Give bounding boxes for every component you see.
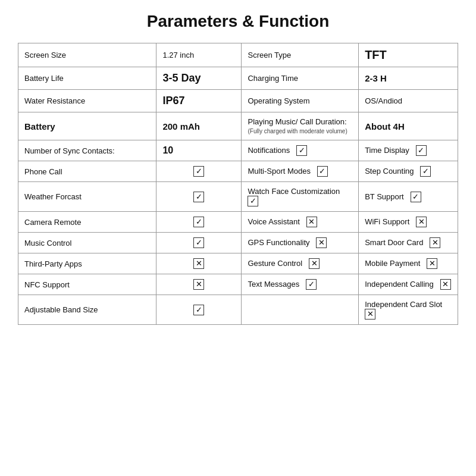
time-display-cell: Time Display ✓ xyxy=(359,140,458,161)
step-counting-cell: Step Counting ✓ xyxy=(359,161,458,182)
playing-music-label: Playing Music/ Call Duration: (Fully cha… xyxy=(242,112,359,140)
music-control-checkbox: ✓ xyxy=(156,233,242,253)
playing-music-lbl: Playing Music/ Call Duration: xyxy=(248,117,346,126)
feature-row-weather: Weather Forcast ✓ Watch Face Customizati… xyxy=(18,182,458,212)
sync-contacts-label: Number of Sync Contacts: xyxy=(18,140,156,161)
bt-support-checkbox: ✓ xyxy=(411,192,421,202)
smart-door-checkbox: ✕ xyxy=(430,237,440,248)
operating-system-value: OS/Andiod xyxy=(359,90,458,112)
screen-type-label: Screen Type xyxy=(242,43,359,67)
mobile-payment-checkbox: ✕ xyxy=(427,258,437,269)
battery-val: 200 mAh xyxy=(162,121,200,131)
wifi-support-cell: WiFi Support ✕ xyxy=(359,212,458,233)
phone-call-checkbox: ✓ xyxy=(156,161,242,182)
smart-door-label: Smart Door Card xyxy=(365,238,423,247)
thirdparty-checkbox: ✕ xyxy=(156,253,242,274)
feature-row-adjustable: Adjustable Band Size ✓ Independent Card … xyxy=(18,295,458,325)
time-display-label: Time Display xyxy=(365,146,409,155)
thirdparty-label: Third-Party Apps xyxy=(18,253,156,274)
adjustable-band-label: Adjustable Band Size xyxy=(18,295,156,325)
weather-forcast-label: Weather Forcast xyxy=(18,182,156,212)
sync-contacts-value: 10 xyxy=(156,140,242,161)
wifi-support-checkbox: ✕ xyxy=(416,217,427,227)
screen-size-label: Screen Size xyxy=(18,43,156,67)
independent-calling-checkbox: ✕ xyxy=(440,279,451,290)
bt-support-label: BT Support xyxy=(365,192,404,201)
independent-calling-cell: Independent Calling ✕ xyxy=(359,274,458,295)
gps-cell: GPS Functionality ✕ xyxy=(242,233,359,253)
battery-label: Battery xyxy=(18,112,156,140)
feature-row-sync: Number of Sync Contacts: 10 Notification… xyxy=(18,140,458,161)
independent-card-cell: Independent Card Slot ✕ xyxy=(359,295,458,325)
music-control-label: Music Control xyxy=(18,233,156,253)
feature-row-camera: Camera Remote ✓ Voice Assistant ✕ WiFi S… xyxy=(18,212,458,233)
wifi-support-label: WiFi Support xyxy=(365,217,409,226)
text-messages-label: Text Messages xyxy=(248,280,299,289)
time-display-checkbox: ✓ xyxy=(416,145,427,156)
battery-life-val: 3-5 Day xyxy=(162,72,201,84)
charging-time-label: Charging Time xyxy=(242,67,359,90)
gesture-checkbox: ✕ xyxy=(309,258,320,269)
independent-calling-label: Independent Calling xyxy=(365,280,434,289)
gps-label: GPS Functionality xyxy=(248,238,309,247)
charging-time-val: 2-3 H xyxy=(365,73,387,83)
battery-life-value: 3-5 Day xyxy=(156,67,242,90)
voice-assistant-checkbox: ✕ xyxy=(306,217,317,227)
nfc-support-checkbox: ✕ xyxy=(156,274,242,295)
voice-assistant-label: Voice Assistant xyxy=(248,217,299,226)
feature-row-nfc: NFC Support ✕ Text Messages ✓ Independen… xyxy=(18,274,458,295)
notifications-cell: Notifications ✓ xyxy=(242,140,359,161)
multisport-label: Multi-Sport Modes xyxy=(248,167,310,176)
smart-door-cell: Smart Door Card ✕ xyxy=(359,233,458,253)
watchface-label: Watch Face Customization xyxy=(248,187,340,196)
independent-card-label: Independent Card Slot xyxy=(365,300,442,309)
screen-size-value: 1.27 inch xyxy=(156,43,242,67)
operating-system-label: Operating System xyxy=(242,90,359,112)
bt-support-cell: BT Support ✓ xyxy=(359,182,458,212)
notifications-checkbox: ✓ xyxy=(296,145,307,156)
mobile-payment-label: Mobile Payment xyxy=(365,259,420,268)
specs-table: Screen Size 1.27 inch Screen Type TFT Ba… xyxy=(18,43,458,325)
screen-size-val: 1.27 inch xyxy=(162,51,194,60)
nfc-support-label: NFC Support xyxy=(18,274,156,295)
sync-contacts-val: 10 xyxy=(162,145,173,155)
phone-call-label: Phone Call xyxy=(18,161,156,182)
camera-remote-label: Camera Remote xyxy=(18,212,156,233)
camera-remote-checkbox: ✓ xyxy=(156,212,242,233)
spec-row-screen: Screen Size 1.27 inch Screen Type TFT xyxy=(18,43,458,67)
voice-assistant-cell: Voice Assistant ✕ xyxy=(242,212,359,233)
empty-cell xyxy=(242,295,359,325)
battery-life-label: Battery Life xyxy=(18,67,156,90)
independent-card-checkbox: ✕ xyxy=(365,309,375,320)
water-resistance-value: IP67 xyxy=(156,90,242,112)
feature-row-thirdparty: Third-Party Apps ✕ Gesture Control ✕ Mob… xyxy=(18,253,458,274)
playing-music-note: (Fully charged with moderate volume) xyxy=(248,128,347,134)
charging-time-value: 2-3 H xyxy=(359,67,458,90)
feature-row-music: Music Control ✓ GPS Functionality ✕ Smar… xyxy=(18,233,458,253)
feature-row-phone: Phone Call ✓ Multi-Sport Modes ✓ Step Co… xyxy=(18,161,458,182)
battery-value: 200 mAh xyxy=(156,112,242,140)
weather-forcast-checkbox: ✓ xyxy=(156,182,242,212)
spec-row-battery: Battery 200 mAh Playing Music/ Call Dura… xyxy=(18,112,458,140)
playing-music-val: About 4H xyxy=(365,121,405,131)
text-messages-checkbox: ✓ xyxy=(306,279,317,290)
multisport-cell: Multi-Sport Modes ✓ xyxy=(242,161,359,182)
mobile-payment-cell: Mobile Payment ✕ xyxy=(359,253,458,274)
screen-type-value: TFT xyxy=(359,43,458,67)
watchface-checkbox: ✓ xyxy=(248,196,258,206)
adjustable-band-checkbox: ✓ xyxy=(156,295,242,325)
gesture-label: Gesture Control xyxy=(248,259,302,268)
spec-row-battery-life: Battery Life 3-5 Day Charging Time 2-3 H xyxy=(18,67,458,90)
watchface-cell: Watch Face Customization ✓ xyxy=(242,182,359,212)
multisport-checkbox: ✓ xyxy=(317,166,328,177)
water-resistance-label: Water Resistance xyxy=(18,90,156,112)
screen-type-val: TFT xyxy=(365,48,387,61)
step-counting-checkbox: ✓ xyxy=(420,166,431,177)
notifications-label: Notifications xyxy=(248,146,290,155)
os-val: OS/Andiod xyxy=(365,96,402,105)
page-title: Parameters & Function xyxy=(18,12,458,31)
gps-checkbox: ✕ xyxy=(316,237,327,248)
gesture-cell: Gesture Control ✕ xyxy=(242,253,359,274)
playing-music-value: About 4H xyxy=(359,112,458,140)
text-messages-cell: Text Messages ✓ xyxy=(242,274,359,295)
